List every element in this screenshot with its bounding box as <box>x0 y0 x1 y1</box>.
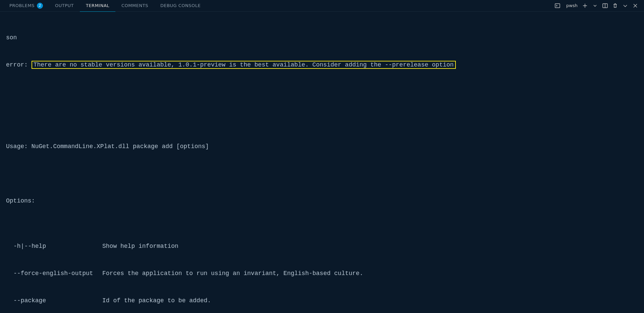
shell-label: pwsh <box>566 2 578 9</box>
terminal-profile-icon[interactable] <box>555 3 560 8</box>
split-terminal-icon[interactable] <box>602 3 608 8</box>
panel-actions: pwsh <box>555 2 641 9</box>
problems-badge: 2 <box>37 3 43 9</box>
chevron-down-icon[interactable] <box>623 3 628 8</box>
tab-terminal[interactable]: TERMINAL <box>80 0 115 12</box>
tab-debug-console[interactable]: DEBUG CONSOLE <box>154 0 207 12</box>
tab-problems[interactable]: PROBLEMS 2 <box>3 0 49 12</box>
terminal-content[interactable]: son error: There are no stable versions … <box>0 12 644 313</box>
tab-output[interactable]: OUTPUT <box>49 0 80 12</box>
dropdown-icon[interactable] <box>592 3 598 8</box>
output-line: son <box>6 33 638 42</box>
panel-tab-bar: PROBLEMS 2 OUTPUT TERMINAL COMMENTS DEBU… <box>0 0 644 12</box>
trash-icon[interactable] <box>612 3 618 8</box>
tab-list: PROBLEMS 2 OUTPUT TERMINAL COMMENTS DEBU… <box>3 0 555 12</box>
options-header: Options: <box>6 196 638 206</box>
usage-line: Usage: NuGet.CommandLine.XPlat.dll packa… <box>6 142 638 151</box>
error-line: error: There are no stable versions avai… <box>6 60 638 70</box>
options-list: -h|--helpShow help information --force-e… <box>13 224 638 313</box>
new-terminal-icon[interactable] <box>582 3 588 8</box>
tab-label: PROBLEMS <box>9 2 35 9</box>
tab-comments[interactable]: COMMENTS <box>115 0 154 12</box>
close-icon[interactable] <box>633 3 638 8</box>
error-highlight: There are no stable versions available, … <box>32 61 456 69</box>
